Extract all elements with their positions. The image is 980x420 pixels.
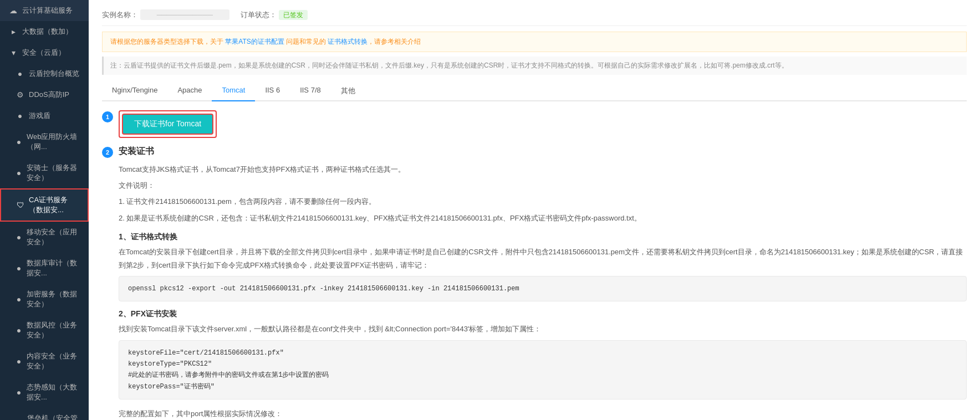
sidebar-item-cloud-compute[interactable]: ☁ 云计算基础服务	[0, 0, 89, 21]
sidebar-item-game-shield[interactable]: ● 游戏盾	[0, 105, 89, 126]
section2-heading: 2、PFX证书安装	[119, 309, 967, 319]
step2-desc1: Tomcat支持JKS格式证书，从Tomcat7开始也支持PFX格式证书，两种证…	[119, 163, 967, 176]
code-block-2: keystoreFile="cert/214181506600131.pfx" …	[119, 340, 967, 400]
section1-desc: 在Tomcat的安装目录下创建cert目录，并且将下载的全部文件拷贝到cert目…	[119, 245, 967, 272]
sidebar-item-big-data[interactable]: ▸ 大数据（数加）	[0, 21, 89, 42]
tab-iis6[interactable]: IIS 6	[255, 81, 290, 101]
arrow-down-icon: ▾	[9, 48, 18, 57]
tab-other[interactable]: 其他	[331, 81, 365, 101]
code-block-1: openssl pkcs12 -export -out 214181506600…	[119, 276, 967, 301]
sidebar-item-data-risk[interactable]: ● 数据风控（业务安全）	[0, 315, 89, 346]
sidebar-item-label: 态势感知（大数据安...	[27, 382, 80, 402]
step2-row: 2 安装证书 Tomcat支持JKS格式证书，从Tomcat7开始也支持PFX格…	[102, 146, 967, 420]
file-desc1: 1. 证书文件214181506600131.pem，包含两段内容，请不要删除任…	[119, 195, 967, 208]
sidebar-item-ddos[interactable]: ⚙ DDoS高防IP	[0, 84, 89, 105]
step1-circle: 1	[102, 111, 113, 122]
sidebar-item-add-service[interactable]: ● 加密服务（数据安全）	[0, 284, 89, 315]
dot-icon: ●	[16, 233, 22, 242]
top-bar: 实例名称： ─────────── 订单状态： 已签发	[102, 10, 967, 26]
sidebar-item-label: 云盾控制台概览	[29, 69, 79, 79]
step2-content: 安装证书 Tomcat支持JKS格式证书，从Tomcat7开始也支持PFX格式证…	[119, 146, 967, 420]
dot-icon: ●	[16, 388, 22, 397]
dot-icon: ●	[16, 357, 22, 366]
sidebar-item-situation[interactable]: ● 态势感知（大数据安...	[0, 377, 89, 408]
sidebar-item-label: DDoS高防IP	[29, 90, 69, 100]
file-desc2: 2. 如果是证书系统创建的CSR，还包含：证书私钥文件2141815066001…	[119, 212, 967, 224]
notice-banner: 请根据您的服务器类型选择下载，关于 苹果ATS的证书配置 问题和常见的 证书格式…	[102, 32, 967, 52]
sidebar-item-label: Web应用防火墙（网...	[27, 132, 80, 152]
tabs-bar: Nginx/Tengine Apache Tomcat IIS 6 IIS 7/…	[102, 81, 967, 101]
sidebar-item-content-security[interactable]: ● 内容安全（业务安全）	[0, 346, 89, 377]
download-button[interactable]: 下载证书for Tomcat	[122, 114, 213, 135]
cert-format-link[interactable]: 证书格式转换	[328, 38, 368, 45]
sidebar-item-mobile-security[interactable]: ● 移动安全（应用安全）	[0, 222, 89, 253]
sidebar-item-label: 堡垒机（安全管理）	[27, 413, 80, 420]
file-desc-heading: 文件说明：	[119, 179, 967, 192]
sidebar-item-label: 安骑士（服务器安全）	[27, 163, 80, 183]
sidebar-item-label: 云计算基础服务	[22, 6, 73, 16]
notice-note-text: 注：云盾证书提供的证书文件后缀是.pem，如果是系统创建的CSR，同时还会伴随证…	[110, 62, 788, 69]
instance-name: 实例名称： ───────────	[102, 10, 229, 20]
sidebar-item-bastion[interactable]: ● 堡垒机（安全管理）	[0, 408, 89, 420]
order-status: 订单状态： 已签发	[241, 10, 308, 20]
tab-nginx[interactable]: Nginx/Tengine	[102, 81, 167, 101]
dot-icon: ●	[16, 264, 22, 273]
step1-content: 下载证书for Tomcat	[119, 110, 217, 138]
arrow-icon: ▸	[9, 27, 18, 36]
section1-heading: 1、证书格式转换	[119, 232, 967, 242]
tab-tomcat[interactable]: Tomcat	[212, 81, 255, 101]
sidebar-item-label: 游戏盾	[29, 111, 50, 121]
shield-icon: 🛡	[17, 201, 24, 209]
sidebar-item-agent[interactable]: ● 安骑士（服务器安全）	[0, 157, 89, 188]
dot-icon: ●	[16, 137, 22, 146]
tab-iis78[interactable]: IIS 7/8	[290, 81, 331, 101]
dot-icon: ●	[16, 326, 22, 335]
download-button-wrapper: 下载证书for Tomcat	[119, 110, 217, 138]
sidebar-item-security-cloud[interactable]: ▾ 安全（云盾）	[0, 42, 89, 63]
main-content: 实例名称： ─────────── 订单状态： 已签发 请根据您的服务器类型选择…	[89, 0, 980, 420]
status-badge: 已签发	[279, 10, 308, 20]
step1-row: 1 下载证书for Tomcat	[102, 110, 967, 138]
sidebar-item-label: CA证书服务（数据安...	[29, 195, 79, 215]
dot-icon: ●	[16, 111, 24, 120]
sidebar-item-waf[interactable]: ● Web应用防火墙（网...	[0, 126, 89, 157]
sidebar-item-label: 安全（云盾）	[22, 48, 65, 58]
notice-text: 请根据您的服务器类型选择下载，关于 苹果ATS的证书配置 问题和常见的 证书格式…	[110, 38, 421, 45]
dot-icon: ●	[16, 69, 24, 78]
tab-apache[interactable]: Apache	[167, 81, 212, 101]
sidebar-item-label: 数据库审计（数据安...	[27, 258, 80, 278]
step2-heading: 安装证书	[119, 146, 967, 157]
apple-ats-link[interactable]: 苹果ATS的证书配置	[225, 38, 284, 45]
sidebar-item-cloud-control[interactable]: ● 云盾控制台概览	[0, 63, 89, 84]
sidebar-item-db-audit[interactable]: ● 数据库审计（数据安...	[0, 253, 89, 284]
sidebar-item-label: 大数据（数加）	[22, 27, 73, 37]
gear-icon: ⚙	[16, 90, 24, 99]
notice-note: 注：云盾证书提供的证书文件后缀是.pem，如果是系统创建的CSR，同时还会伴随证…	[102, 57, 967, 74]
sidebar-item-label: 内容安全（业务安全）	[27, 351, 80, 371]
section3-desc: 完整的配置如下，其中port属性根据实际情况修改：	[119, 407, 967, 420]
section2-desc: 找到安装Tomcat目录下该文件server.xml，一般默认路径都是在conf…	[119, 322, 967, 335]
sidebar: ☁ 云计算基础服务 ▸ 大数据（数加） ▾ 安全（云盾） ● 云盾控制台概览 ⚙…	[0, 0, 89, 420]
step2-circle: 2	[102, 147, 113, 158]
sidebar-item-label: 加密服务（数据安全）	[27, 289, 80, 309]
sidebar-item-label: 数据风控（业务安全）	[27, 320, 80, 340]
instance-value: ───────────	[140, 9, 229, 20]
sidebar-item-label: 移动安全（应用安全）	[27, 227, 80, 247]
dot-icon: ●	[16, 168, 22, 177]
content-area: 实例名称： ─────────── 订单状态： 已签发 请根据您的服务器类型选择…	[89, 0, 980, 420]
cloud-icon: ☁	[9, 6, 18, 15]
dot-icon: ●	[16, 295, 22, 304]
sidebar-item-ca-cert[interactable]: 🛡 CA证书服务（数据安...	[0, 188, 89, 222]
